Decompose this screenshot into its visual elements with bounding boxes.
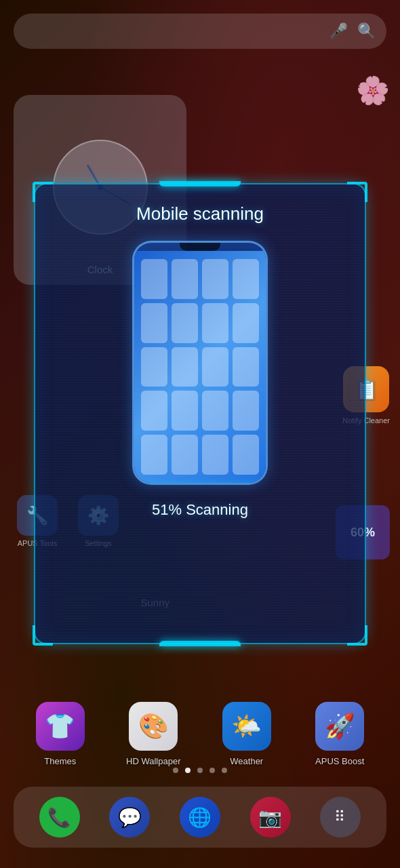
scan-corner-tl — [33, 182, 53, 202]
phone-app-dot — [141, 391, 167, 431]
weather-app[interactable]: 🌤️ Weather — [209, 702, 284, 766]
phone-outer — [132, 241, 268, 485]
phone-dock-icon[interactable]: 📞 — [39, 797, 80, 837]
page-dot-4[interactable] — [222, 768, 227, 773]
weather-label: Weather — [230, 756, 263, 766]
themes-icon: 👕 — [36, 702, 85, 751]
phone-app-dot — [202, 391, 228, 431]
scan-modal: Mobile scanning — [34, 183, 366, 644]
page-dot-0[interactable] — [173, 768, 178, 773]
apus-boost-label: APUS Boost — [315, 756, 364, 766]
phone-app-dot — [202, 347, 228, 387]
hdwallpaper-icon: 🎨 — [129, 702, 178, 751]
phone-app-dot — [172, 347, 198, 387]
scan-bottom-bar — [159, 641, 241, 646]
app-row-bottom: 👕 Themes 🎨 HD Wallpaper 🌤️ Weather 🚀 APU… — [0, 702, 400, 766]
scan-corner-br — [347, 625, 367, 646]
hdwallpaper-app[interactable]: 🎨 HD Wallpaper — [116, 702, 191, 766]
phone-app-dot — [141, 259, 167, 299]
messages-dock-icon[interactable]: 💬 — [109, 797, 150, 837]
phone-app-dot — [233, 391, 259, 431]
phone-notch — [180, 243, 220, 251]
weather-icon: 🌤️ — [222, 702, 271, 751]
scan-frame: Mobile scanning — [34, 183, 366, 644]
search-icon[interactable]: 🔍 — [357, 22, 376, 40]
scan-progress-text: 51% Scanning — [152, 501, 248, 519]
phone-app-dot — [172, 303, 198, 343]
phone-app-dot — [202, 303, 228, 343]
page-dot-1[interactable] — [185, 768, 191, 773]
scan-top-bar — [159, 181, 241, 186]
scan-beam — [134, 483, 266, 485]
apus-boost-icon: 🚀 — [315, 702, 364, 751]
phone-app-dot — [233, 303, 259, 343]
dock: 📞 💬 🌐 📷 ⠿ — [14, 787, 386, 848]
themes-app[interactable]: 👕 Themes — [23, 702, 98, 766]
hdwallpaper-label: HD Wallpaper — [126, 756, 180, 766]
phone-app-dot — [233, 347, 259, 387]
apus-boost-app[interactable]: 🚀 APUS Boost — [302, 702, 377, 766]
themes-label: Themes — [44, 756, 76, 766]
phone-app-dot — [233, 435, 259, 475]
scan-title: Mobile scanning — [136, 203, 264, 224]
phone-app-dot — [172, 259, 198, 299]
phone-app-dot — [202, 435, 228, 475]
camera-dock-icon[interactable]: 📷 — [250, 797, 291, 837]
phone-app-dot — [141, 303, 167, 343]
phone-illustration — [132, 241, 268, 485]
phone-app-dot — [141, 435, 167, 475]
phone-screen — [134, 251, 266, 483]
browser-dock-icon[interactable]: 🌐 — [180, 797, 220, 837]
phone-app-dot — [172, 391, 198, 431]
phone-app-dot — [233, 259, 259, 299]
mic-icon[interactable]: 🎤 — [329, 22, 348, 40]
page-dot-2[interactable] — [197, 768, 203, 773]
page-dot-3[interactable] — [209, 768, 215, 773]
scan-corner-bl — [33, 625, 53, 646]
flower-decoration: 🌸 — [356, 75, 390, 106]
page-dots — [0, 768, 400, 773]
search-bar[interactable]: 🎤 🔍 — [14, 14, 386, 49]
phone-app-dot — [172, 435, 198, 475]
apps-grid-dock-icon[interactable]: ⠿ — [320, 797, 361, 837]
phone-app-dot — [141, 347, 167, 387]
scan-corner-tr — [347, 182, 367, 202]
phone-app-dot — [202, 259, 228, 299]
